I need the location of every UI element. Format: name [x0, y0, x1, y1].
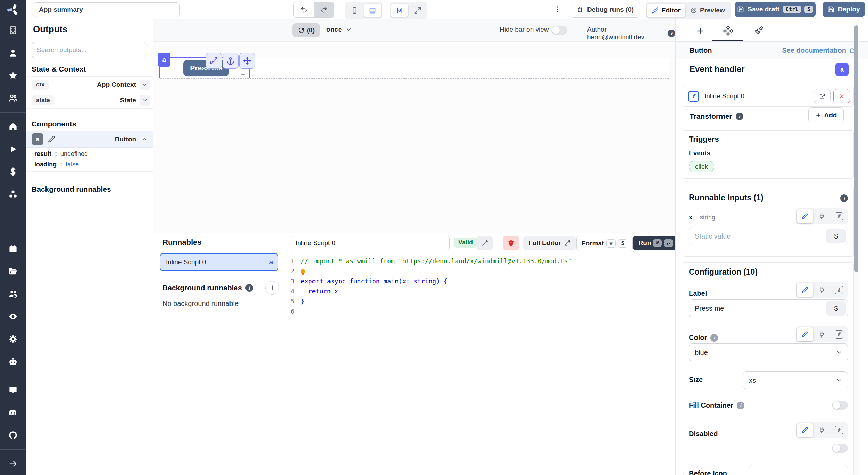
- ai-assistant-button[interactable]: [477, 236, 493, 250]
- inline-script-item[interactable]: Inline Script 0 a: [160, 253, 278, 271]
- before-icon-select[interactable]: [749, 465, 848, 475]
- hide-bar-toggle[interactable]: [551, 26, 567, 35]
- add-background-runnable-button[interactable]: [265, 281, 279, 295]
- connect-mode-button[interactable]: [814, 327, 830, 341]
- preview-tab[interactable]: Preview: [685, 4, 730, 17]
- play-icon[interactable]: [8, 144, 18, 154]
- code-line[interactable]: 5}: [285, 296, 675, 306]
- save-draft-button[interactable]: Save draft Ctrl S: [735, 2, 816, 17]
- refresh-button[interactable]: (0): [292, 23, 320, 37]
- info-icon[interactable]: [736, 112, 743, 120]
- component-a-row[interactable]: a Button: [26, 131, 153, 148]
- add-transformer-button[interactable]: Add: [808, 107, 844, 123]
- frequency-dropdown[interactable]: once: [326, 26, 352, 33]
- undo-button[interactable]: [294, 2, 314, 17]
- fill-container-toggle[interactable]: [832, 401, 848, 410]
- attached-script-row[interactable]: f Inline Script 0: [683, 86, 854, 107]
- gear-icon[interactable]: [8, 334, 18, 344]
- run-button[interactable]: Run ⌘ ↵: [633, 236, 678, 250]
- color-select[interactable]: blue: [689, 343, 848, 361]
- debug-runs-button[interactable]: Debug runs (0): [570, 2, 640, 18]
- collapse-component-button[interactable]: [140, 134, 150, 144]
- info-icon[interactable]: [737, 402, 744, 409]
- app-summary-input[interactable]: [34, 2, 180, 17]
- detach-script-button[interactable]: [833, 89, 850, 103]
- see-documentation-link[interactable]: See documentation: [782, 47, 857, 55]
- format-button[interactable]: Format ⌘ S: [576, 236, 633, 251]
- ctx-expand-button[interactable]: [140, 80, 150, 90]
- anchor-component-button[interactable]: [223, 53, 239, 69]
- open-script-button[interactable]: [814, 89, 831, 103]
- info-icon[interactable]: [840, 194, 848, 202]
- static-mode-button[interactable]: [797, 423, 813, 437]
- ctx-output-row[interactable]: ctx App Context: [26, 76, 153, 93]
- static-value-input[interactable]: [689, 227, 848, 245]
- calendar-icon[interactable]: [8, 244, 18, 253]
- folder-open-icon[interactable]: [8, 267, 18, 276]
- info-icon[interactable]: [710, 334, 718, 342]
- styling-tab[interactable]: [754, 26, 765, 36]
- delete-script-button[interactable]: [503, 236, 519, 250]
- search-outputs-input[interactable]: [32, 42, 147, 58]
- users-icon[interactable]: [8, 93, 18, 103]
- users-gear-icon[interactable]: [8, 289, 18, 299]
- dollar-icon[interactable]: [8, 167, 18, 176]
- mobile-view-button[interactable]: [346, 4, 363, 17]
- windmill-logo[interactable]: [0, 0, 26, 19]
- bot-icon[interactable]: [8, 357, 18, 366]
- info-icon[interactable]: [668, 30, 675, 37]
- static-mode-button[interactable]: [797, 283, 813, 297]
- lightbulb-icon[interactable]: [301, 269, 305, 274]
- resize-handle[interactable]: [241, 70, 245, 75]
- code-line[interactable]: 6: [285, 306, 675, 316]
- eval-mode-button[interactable]: f: [831, 209, 847, 223]
- scrollbar-thumb[interactable]: [854, 25, 858, 272]
- connect-mode-button[interactable]: [814, 209, 830, 223]
- size-select[interactable]: xs: [743, 371, 848, 389]
- static-mode-button[interactable]: [797, 209, 813, 223]
- code-line[interactable]: 1// import * as wmill from "https://deno…: [285, 256, 675, 266]
- connect-mode-button[interactable]: [814, 423, 830, 437]
- deploy-button[interactable]: Deploy: [823, 2, 865, 17]
- boxes-icon[interactable]: [8, 190, 18, 199]
- state-expand-button[interactable]: [140, 95, 150, 106]
- eval-mode-button[interactable]: f: [831, 423, 847, 437]
- expand-component-button[interactable]: [206, 53, 222, 69]
- state-output-row[interactable]: state State: [26, 92, 153, 109]
- eval-mode-button[interactable]: f: [831, 327, 847, 341]
- move-component-button[interactable]: [239, 53, 255, 69]
- full-width-button[interactable]: [409, 4, 426, 17]
- disabled-toggle[interactable]: [832, 444, 848, 453]
- component-settings-tab[interactable]: [723, 26, 734, 36]
- connect-dollar-button[interactable]: $: [826, 301, 846, 316]
- star-icon[interactable]: [8, 71, 18, 80]
- eye-icon[interactable]: [8, 312, 18, 321]
- full-editor-button[interactable]: Full Editor: [523, 236, 576, 250]
- info-icon[interactable]: [245, 284, 253, 292]
- arrow-right-icon[interactable]: [8, 459, 18, 468]
- static-mode-button[interactable]: [797, 327, 813, 341]
- home-icon[interactable]: [8, 122, 18, 131]
- book-open-icon[interactable]: [8, 385, 18, 395]
- eval-mode-button[interactable]: f: [831, 283, 847, 297]
- code-line[interactable]: 2: [285, 266, 675, 276]
- user-icon[interactable]: [8, 48, 18, 58]
- more-menu-button[interactable]: [553, 5, 561, 14]
- connect-mode-button[interactable]: [814, 283, 830, 297]
- code-editor-content[interactable]: 1// import * as wmill from "https://deno…: [285, 256, 675, 316]
- github-icon[interactable]: [8, 431, 18, 440]
- editor-tab[interactable]: Editor: [647, 4, 685, 17]
- connect-dollar-button[interactable]: $: [826, 229, 846, 243]
- building-icon[interactable]: [8, 26, 18, 35]
- code-line[interactable]: 3export async function main(x: string) {: [285, 276, 675, 286]
- desktop-view-button[interactable]: [364, 4, 381, 17]
- script-name-input[interactable]: [291, 236, 450, 250]
- discord-icon[interactable]: [8, 408, 18, 417]
- label-input[interactable]: [689, 300, 848, 317]
- inspector-scrollbar[interactable]: [854, 19, 859, 475]
- rename-pencil-icon[interactable]: [48, 135, 55, 143]
- redo-button[interactable]: [314, 2, 334, 17]
- center-layout-button[interactable]: [391, 4, 408, 17]
- code-line[interactable]: 4 return x: [285, 286, 675, 296]
- add-component-tab[interactable]: [695, 26, 706, 36]
